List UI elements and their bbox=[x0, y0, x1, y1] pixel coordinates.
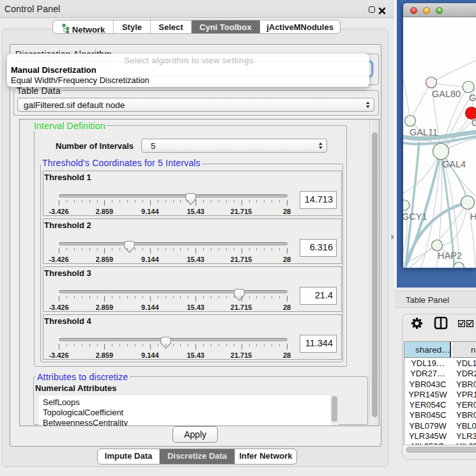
svg-text:HAP2: HAP2 bbox=[438, 250, 462, 261]
svg-text:GAL11: GAL11 bbox=[410, 127, 438, 137]
svg-text:H: H bbox=[470, 211, 476, 222]
svg-text:GAL4: GAL4 bbox=[442, 159, 466, 169]
svg-text:G: G bbox=[472, 118, 476, 128]
svg-text:GAL80: GAL80 bbox=[432, 89, 461, 99]
svg-text:GCY1: GCY1 bbox=[403, 211, 427, 222]
svg-text:GA: GA bbox=[469, 93, 476, 103]
